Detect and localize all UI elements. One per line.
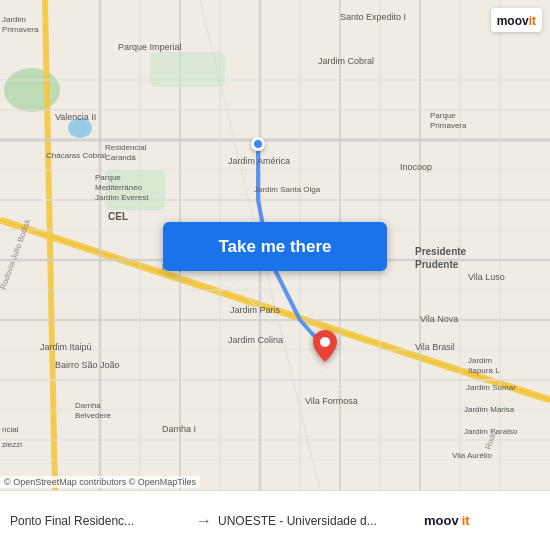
moovit-brand: moovit [424, 513, 470, 528]
svg-text:Jardim Everest: Jardim Everest [95, 193, 149, 202]
svg-rect-33 [150, 52, 225, 87]
svg-text:Itapura L: Itapura L [468, 366, 500, 375]
destination-pin [313, 330, 337, 366]
bottom-bar: Ponto Final Residenc... → UNOESTE - Univ… [0, 490, 550, 550]
svg-text:Jardim Itaipú: Jardim Itaipú [40, 342, 92, 352]
svg-text:Jardim Cobral: Jardim Cobral [318, 56, 374, 66]
svg-text:Vila Luso: Vila Luso [468, 272, 505, 282]
route-arrow-icon: → [196, 512, 212, 530]
svg-text:Inocoop: Inocoop [400, 162, 432, 172]
route-to-label: UNOESTE - Universidade d... [218, 514, 418, 528]
svg-text:Prudente: Prudente [415, 259, 459, 270]
route-from-label: Ponto Final Residenc... [10, 514, 190, 528]
svg-text:Vila Aurélio: Vila Aurélio [452, 451, 492, 460]
svg-text:Carandá: Carandá [105, 153, 136, 162]
take-me-there-button[interactable]: Take me there [163, 222, 387, 271]
svg-text:Damha I: Damha I [162, 424, 196, 434]
svg-text:Damha: Damha [75, 401, 101, 410]
svg-text:Mediterráneo: Mediterráneo [95, 183, 143, 192]
origin-marker [251, 137, 265, 151]
svg-text:Residencial: Residencial [105, 143, 147, 152]
svg-point-0 [4, 68, 60, 112]
svg-text:Jardim Sumar: Jardim Sumar [466, 383, 516, 392]
svg-text:Parque: Parque [95, 173, 121, 182]
moovit-text-end: it [462, 513, 470, 528]
svg-text:Vila Formosa: Vila Formosa [305, 396, 358, 406]
svg-text:Primavera: Primavera [2, 25, 39, 34]
svg-text:Valencia II: Valencia II [55, 112, 96, 122]
map-container: Santo Expedito I Parque Imperial Jardim … [0, 0, 550, 490]
svg-text:Bairro São João: Bairro São João [55, 360, 120, 370]
svg-point-76 [320, 337, 330, 347]
svg-text:Presidente: Presidente [415, 246, 467, 257]
svg-text:CEL: CEL [108, 211, 128, 222]
svg-text:Parque Imperial: Parque Imperial [118, 42, 182, 52]
svg-text:Parque: Parque [430, 111, 456, 120]
moovit-text: moov [424, 513, 459, 528]
svg-text:Vila Nova: Vila Nova [420, 314, 458, 324]
svg-text:Santo Expedito I: Santo Expedito I [340, 12, 406, 22]
svg-text:Jardim: Jardim [468, 356, 492, 365]
svg-text:Primavera: Primavera [430, 121, 467, 130]
svg-text:Jardim Santa Olga: Jardim Santa Olga [254, 185, 321, 194]
svg-text:Jardim América: Jardim América [228, 156, 290, 166]
svg-text:Vila Brasil: Vila Brasil [415, 342, 455, 352]
svg-text:Chácaras Cobral: Chácaras Cobral [46, 151, 106, 160]
moovit-logo-map: moovit [491, 8, 542, 32]
svg-text:Jardim Paris: Jardim Paris [230, 305, 281, 315]
svg-text:Jardim Marisa: Jardim Marisa [464, 405, 515, 414]
svg-text:Jardim: Jardim [2, 15, 26, 24]
svg-text:ncial: ncial [2, 425, 19, 434]
svg-text:Jardim Colina: Jardim Colina [228, 335, 283, 345]
svg-text:Belvedere: Belvedere [75, 411, 112, 420]
route-info: Ponto Final Residenc... → UNOESTE - Univ… [10, 512, 540, 530]
map-attribution: © OpenStreetMap contributors © OpenMapTi… [0, 476, 200, 488]
svg-text:ziezzi: ziezzi [2, 440, 22, 449]
